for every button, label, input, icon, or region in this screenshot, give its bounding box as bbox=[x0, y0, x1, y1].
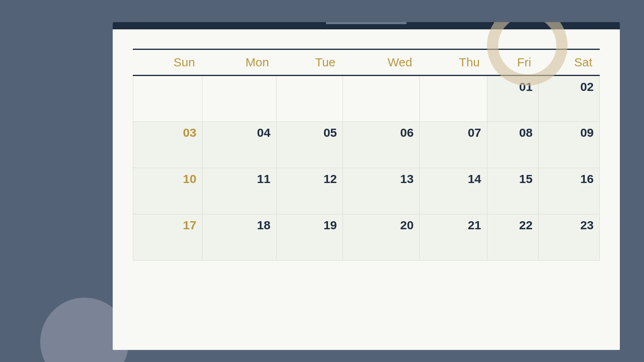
table-row: 00 bbox=[419, 76, 487, 122]
table-row: 16 bbox=[539, 168, 600, 214]
table-row: 13 bbox=[343, 168, 420, 214]
table-row: 12 bbox=[276, 168, 343, 214]
day-mon: Mon bbox=[202, 50, 276, 76]
table-row: 04 bbox=[202, 122, 276, 168]
table-row: 20 bbox=[343, 214, 420, 261]
table-row: 15 bbox=[487, 168, 539, 214]
table-row: 00 bbox=[343, 76, 420, 122]
table-row: 11 bbox=[202, 168, 276, 214]
calendar-week-row: 17181920212223 bbox=[133, 214, 600, 261]
day-wed: Wed bbox=[343, 50, 420, 76]
table-row: 03 bbox=[133, 122, 202, 168]
calendar-header bbox=[113, 29, 620, 49]
day-thu: Thu bbox=[419, 50, 487, 76]
table-row: 10 bbox=[133, 168, 202, 214]
calendar-week-row: 10111213141516 bbox=[133, 168, 600, 214]
day-tue: Tue bbox=[276, 50, 343, 76]
sidebar bbox=[0, 0, 93, 362]
table-row: 07 bbox=[419, 122, 487, 168]
table-row: 18 bbox=[202, 214, 276, 261]
tab-decoration bbox=[326, 22, 407, 24]
table-row: 02 bbox=[539, 76, 600, 122]
table-row: 21 bbox=[419, 214, 487, 261]
table-row: 00 bbox=[202, 76, 276, 122]
calendar-week-row: 03040506070809 bbox=[133, 122, 600, 168]
table-row: 17 bbox=[133, 214, 202, 261]
table-row: 00 bbox=[133, 76, 202, 122]
table-row: 22 bbox=[487, 214, 539, 261]
day-sun: Sun bbox=[133, 50, 202, 76]
table-row: 05 bbox=[276, 122, 343, 168]
table-row: 08 bbox=[487, 122, 539, 168]
table-row: 19 bbox=[276, 214, 343, 261]
table-row: 09 bbox=[539, 122, 600, 168]
table-row: 00 bbox=[276, 76, 343, 122]
table-row: 06 bbox=[343, 122, 420, 168]
calendar-panel: Sun Mon Tue Wed Thu Fri Sat 000000000001… bbox=[113, 22, 620, 350]
table-row: 23 bbox=[539, 214, 600, 261]
table-row: 14 bbox=[419, 168, 487, 214]
